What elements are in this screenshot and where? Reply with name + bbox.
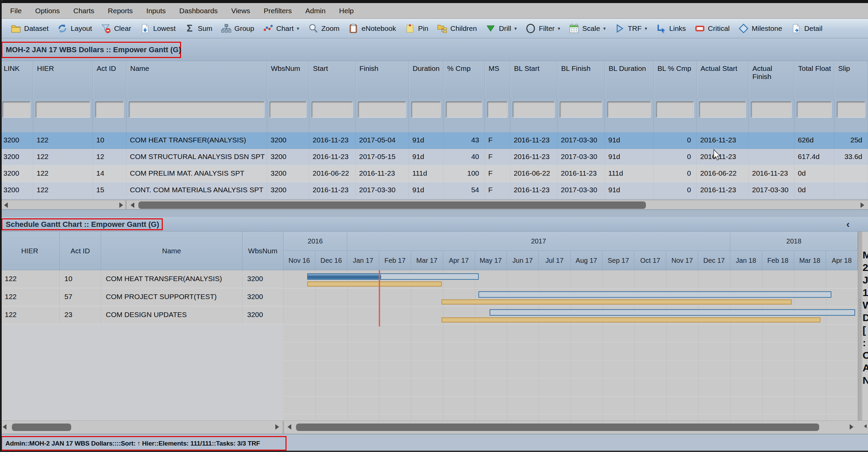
toolbar-button-links[interactable]: cLinks [655,23,686,34]
filter-input-start[interactable] [312,101,353,118]
column-header-finish[interactable]: Finish [356,61,409,99]
filter-input-wbsnum[interactable] [270,101,307,118]
column-header-duration[interactable]: Duration [409,61,443,99]
toolbar-button-zoom[interactable]: Zoom [308,23,340,34]
scroll-left-icon[interactable] [4,202,8,208]
menu-item-admin[interactable]: Admin [305,7,326,15]
scroll-left-icon[interactable] [864,424,867,428]
column-header-wbsnum[interactable]: WbsNum [267,61,309,99]
table-row[interactable]: 320012212COM STRUCTURAL ANALYSIS DSN SPT… [0,149,868,165]
wbs-table-h-scrollbar[interactable] [0,200,868,210]
table-row[interactable]: 320012215CONT. COM MATERIALS ANALYSIS SP… [0,182,868,199]
gantt-task-row[interactable]: 12257COM PROJECT SUPPORT(TEST)3200 [0,288,283,306]
toolbar-button-children[interactable]: Children [436,23,477,34]
gantt-bar-baseline[interactable] [307,281,442,287]
filter-input-name[interactable] [129,101,264,118]
menu-item-dashboards[interactable]: Dashboards [179,7,218,15]
column-header-ms[interactable]: MS [485,61,510,99]
gantt-task-row[interactable]: 12210COM HEAT TRANSFER(ANALYSIS)3200 [0,270,283,288]
toolbar-button-trf[interactable]: TRF▾ [614,23,647,34]
filter-input-bl-finish[interactable] [560,101,602,118]
gantt-bar-baseline[interactable] [441,317,821,322]
column-header-start[interactable]: Start [309,61,356,99]
toolbar-button-critical[interactable]: Critical [694,23,730,34]
filter-input-ms[interactable] [487,101,508,118]
menu-item-inputs[interactable]: Inputs [146,7,166,15]
scrollbar-thumb[interactable] [12,424,71,431]
gantt-bar-current[interactable] [490,309,855,316]
menu-item-reports[interactable]: Reports [108,7,133,15]
gantt-bar-current[interactable] [478,291,831,298]
dropdown-caret-icon[interactable]: ▾ [297,25,299,32]
table-row[interactable]: 320012210COM HEAT TRANSFER(ANALYSIS)3200… [0,132,868,149]
toolbar-button-detail[interactable]: Detail [790,23,823,34]
column-header-actual-start[interactable]: Actual Start [697,61,749,99]
filter-input-finish[interactable] [358,101,406,118]
filter-input-actual-start[interactable] [699,101,746,118]
filter-input-hier[interactable] [36,101,90,118]
toolbar-button-scale[interactable]: Scale▾ [568,23,606,34]
toolbar-button-enotebook[interactable]: eNotebook [348,23,396,34]
column-header-bl-finish[interactable]: BL Finish [557,61,605,99]
toolbar-button-lowest[interactable]: Lowest [139,23,176,34]
toolbar-button-filter[interactable]: Filter▾ [525,23,560,34]
filter-input-bl-duration[interactable] [607,101,651,118]
filter-input-bl-start[interactable] [513,101,555,118]
gantt-column-header-act-id[interactable]: Act ID [60,232,101,270]
column-header-bl-cmp[interactable]: BL % Cmp [654,61,697,99]
gantt-h-scrollbar[interactable] [0,420,868,434]
gantt-bar-current[interactable] [307,273,479,280]
dropdown-caret-icon[interactable]: ▾ [603,25,606,32]
column-header-slip[interactable]: Slip [834,61,868,99]
column-header-total-float[interactable]: Total Float [794,61,834,99]
filter-input-slip[interactable] [837,101,865,118]
collapse-chevron-icon[interactable]: ‹ [846,218,850,231]
scroll-left-icon[interactable] [131,202,134,208]
menu-item-file[interactable]: File [10,7,22,15]
column-header-name[interactable]: Name [126,61,267,99]
menu-item-options[interactable]: Options [35,7,60,15]
filter-input-bl-cmp[interactable] [656,101,694,118]
scroll-right-icon[interactable] [119,202,123,208]
filter-input-cmp[interactable] [446,101,482,118]
menu-item-views[interactable]: Views [231,7,250,15]
toolbar-button-chart[interactable]: Chart▾ [262,23,299,34]
toolbar-button-layout[interactable]: Layout [57,23,92,34]
table-row[interactable]: 320012214COM PRELIM MAT. ANALYSIS SPT320… [0,165,868,182]
dropdown-caret-icon[interactable]: ▾ [514,25,517,32]
filter-input-duration[interactable] [411,101,441,118]
column-header-link[interactable]: LINK [0,61,33,99]
scroll-right-icon[interactable] [861,202,864,208]
dropdown-caret-icon[interactable]: ▾ [558,25,560,32]
menu-item-charts[interactable]: Charts [73,7,94,15]
panel-splitter[interactable] [858,232,862,434]
filter-input-total-float[interactable] [797,101,832,118]
filter-input-act-id[interactable] [95,101,124,118]
toolbar-button-clear[interactable]: Clear [100,23,131,34]
scroll-left-icon[interactable] [3,424,6,430]
toolbar-button-drill[interactable]: Drill▾ [485,23,517,34]
scroll-right-icon[interactable] [275,424,279,430]
gantt-column-header-wbsnum[interactable]: WbsNum [242,232,283,270]
dropdown-caret-icon[interactable]: ▾ [645,25,647,32]
gantt-bar-baseline[interactable] [441,299,792,304]
scroll-right-icon[interactable] [850,424,853,430]
column-header-cmp[interactable]: % Cmp [443,61,485,99]
toolbar-button-group[interactable]: Group [220,23,254,34]
filter-input-actual-finish[interactable] [751,101,792,118]
toolbar-button-dataset[interactable]: Dataset [10,23,48,34]
menu-item-prefilters[interactable]: Prefilters [264,7,292,15]
column-header-bl-start[interactable]: BL Start [510,61,557,99]
gantt-column-header-hier[interactable]: HIER [0,232,60,270]
column-header-hier[interactable]: HIER [33,61,93,99]
scrollbar-thumb[interactable] [138,201,646,209]
filter-input-link[interactable] [2,101,31,118]
toolbar-button-pin[interactable]: Pin [404,23,428,34]
toolbar-button-sum[interactable]: ΣSum [184,23,212,34]
column-header-actual-finish[interactable]: Actual Finish [749,61,794,99]
scroll-left-icon[interactable] [288,424,291,430]
scrollbar-thumb[interactable] [296,424,819,431]
menu-item-help[interactable]: Help [339,7,354,15]
column-header-act-id[interactable]: Act ID [93,61,126,99]
gantt-task-row[interactable]: 12223COM DESIGN UPDATES3200 [0,306,283,324]
